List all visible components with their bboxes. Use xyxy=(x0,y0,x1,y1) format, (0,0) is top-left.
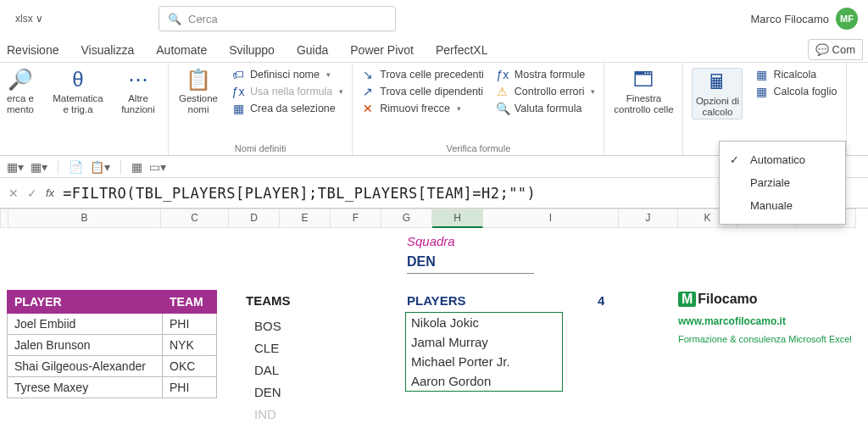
evaluate-formula-button[interactable]: 🔍Valuta formula xyxy=(496,102,596,115)
avatar: MF xyxy=(836,8,858,30)
lookup-icon: 🔎 xyxy=(8,68,33,92)
group-watch-window: 🗔 Finestra controllo celle xyxy=(604,63,683,155)
calculator-icon: 🖩 xyxy=(707,70,727,94)
col-i[interactable]: I xyxy=(483,209,619,228)
dropdown-auto[interactable]: Automatico xyxy=(720,148,845,171)
remove-icon: ✕ xyxy=(361,102,375,115)
user-name-label: Marco Filocamo xyxy=(751,13,829,25)
table-row[interactable]: Joel EmbiidPHI xyxy=(8,314,217,335)
remove-arrows-button[interactable]: ✕Rimuovi frecce▾ xyxy=(361,102,484,115)
search-icon: 🔍 xyxy=(168,13,181,25)
list-item[interactable]: DEN xyxy=(254,381,281,403)
list-item[interactable]: BOS xyxy=(254,315,281,337)
grid-icon: ▦ xyxy=(231,102,245,115)
players-header: PLAYERS xyxy=(407,293,465,308)
name-manager-icon: 📋 xyxy=(186,68,211,92)
create-from-selection-button[interactable]: ▦Crea da selezione xyxy=(231,102,343,115)
file-name[interactable]: xlsx ∨ xyxy=(10,11,48,26)
trace-precedents-button[interactable]: ↘Trova celle precedenti xyxy=(361,68,484,81)
window-icon: 🗔 xyxy=(633,68,654,92)
tab-visualizza[interactable]: Visualizza xyxy=(79,40,136,60)
enter-formula-icon[interactable]: ✓ xyxy=(27,186,37,200)
tab-automate[interactable]: Automate xyxy=(154,40,209,60)
cells-icon[interactable]: ▦▾ xyxy=(31,160,47,174)
calculation-options-button[interactable]: 🖩 Opzioni di calcolo xyxy=(692,68,743,120)
brand-mark-icon: M xyxy=(678,292,696,307)
tab-powerpivot[interactable]: Power Pivot xyxy=(348,40,415,60)
paste-icon[interactable]: 📋▾ xyxy=(90,160,110,174)
trace-dependents-button[interactable]: ↗Trova celle dipendenti xyxy=(361,85,484,98)
group-defined-names: 📋 Gestione nomi 🏷Definisci nome▾ ƒxUsa n… xyxy=(169,63,353,155)
dropdown-partial[interactable]: Parziale xyxy=(720,171,845,194)
fx-icon[interactable]: fx xyxy=(46,186,54,199)
copy-icon[interactable]: 📄 xyxy=(69,160,83,174)
more-functions-button[interactable]: ⋯ Altre funzioni xyxy=(117,68,159,114)
table-row[interactable]: Jalen BrunsonNYK xyxy=(8,335,217,356)
list-item[interactable]: DAL xyxy=(254,359,281,381)
calculate-now-button[interactable]: ▦Ricalcola xyxy=(754,68,837,81)
show-formulas-icon: ƒx xyxy=(496,68,509,81)
col-b[interactable]: B xyxy=(8,209,161,228)
dropdown-manual[interactable]: Manuale xyxy=(720,194,845,217)
name-manager-button[interactable]: 📋 Gestione nomi xyxy=(177,68,220,114)
sheet-area: Squadra DEN PLAYER TEAM Joel EmbiidPHI J… xyxy=(0,227,868,232)
math-trig-button[interactable]: θ Matematica e trig.a xyxy=(51,68,105,114)
col-j[interactable]: J xyxy=(619,209,678,228)
group-function-library: 🔎 erca e mento θ Matematica e trig.a ⋯ A… xyxy=(0,63,169,155)
comment-icon: 💬 xyxy=(815,43,829,56)
col-e[interactable]: E xyxy=(280,209,331,228)
col-h[interactable]: H xyxy=(432,209,483,228)
search-input[interactable]: 🔍 Cerca xyxy=(159,6,396,31)
ribbon-tabs: Revisione Visualizza Automate Sviluppo G… xyxy=(0,37,868,63)
col-g[interactable]: G xyxy=(381,209,432,228)
show-formulas-button[interactable]: ƒxMostra formule xyxy=(496,68,596,81)
calculate-sheet-button[interactable]: ▦Calcola foglio xyxy=(754,85,837,98)
table-row[interactable]: Shai Gilgeous-AlexanderOKC xyxy=(8,356,217,377)
use-in-formula-button[interactable]: ƒxUsa nella formula▾ xyxy=(231,85,343,98)
header-team[interactable]: TEAM xyxy=(163,291,217,314)
theta-icon: θ xyxy=(72,68,83,92)
players-table: PLAYER TEAM Joel EmbiidPHI Jalen Brunson… xyxy=(7,290,217,398)
brand-url[interactable]: www.marcofilocamo.it xyxy=(678,315,786,327)
table-row[interactable]: Tyrese MaxeyPHI xyxy=(8,377,217,398)
list-item[interactable]: CLE xyxy=(254,337,281,359)
filtered-players[interactable]: Nikola Jokic Jamal Murray Michael Porter… xyxy=(405,312,563,392)
warning-icon: ⚠ xyxy=(496,85,509,98)
precedents-icon: ↘ xyxy=(361,68,375,81)
watch-window-button[interactable]: 🗔 Finestra controllo celle xyxy=(613,68,674,114)
col-c[interactable]: C xyxy=(161,209,229,228)
search-placeholder: Cerca xyxy=(188,13,218,25)
selected-team-cell[interactable]: DEN xyxy=(407,253,534,274)
chevron-down-icon: ▾ xyxy=(326,70,331,79)
ribbon: 🔎 erca e mento θ Matematica e trig.a ⋯ A… xyxy=(0,63,868,156)
brand-logo: MFilocamo xyxy=(678,292,758,307)
comments-button[interactable]: 💬 Com xyxy=(808,39,863,60)
players-count: 4 xyxy=(598,293,604,308)
table-icon[interactable]: ▦▾ xyxy=(7,160,24,174)
user-account[interactable]: Marco Filocamo MF xyxy=(751,8,858,30)
error-checking-button[interactable]: ⚠Controllo errori▾ xyxy=(496,85,596,98)
calc-options-dropdown: Automatico Parziale Manuale xyxy=(719,141,846,225)
tab-revisione[interactable]: Revisione xyxy=(5,40,60,60)
list-item[interactable]: IND xyxy=(254,403,281,426)
tab-sviluppo[interactable]: Sviluppo xyxy=(227,40,276,60)
title-bar: xlsx ∨ 🔍 Cerca Marco Filocamo MF xyxy=(0,0,868,37)
tab-perfectxl[interactable]: PerfectXL xyxy=(434,40,489,60)
lookup-button[interactable]: 🔎 erca e mento xyxy=(2,68,39,114)
calc-icon: ▦ xyxy=(754,68,768,81)
freeze-icon[interactable]: ▦ xyxy=(131,160,142,174)
more-icon: ⋯ xyxy=(128,68,148,92)
header-player[interactable]: PLAYER xyxy=(8,291,163,314)
col-d[interactable]: D xyxy=(229,209,280,228)
col-f[interactable]: F xyxy=(331,209,381,228)
col-corner[interactable] xyxy=(0,209,8,228)
brand-subtitle: Formazione & consulenza Microsoft Excel xyxy=(678,334,852,344)
define-name-button[interactable]: 🏷Definisci nome▾ xyxy=(231,68,343,81)
fx-icon: ƒx xyxy=(231,85,245,98)
tab-guida[interactable]: Guida xyxy=(295,40,330,60)
chevron-down-icon: ▾ xyxy=(457,104,461,113)
cancel-formula-icon[interactable]: ✕ xyxy=(8,186,19,200)
group-label: Nomi definiti xyxy=(177,142,343,153)
evaluate-icon: 🔍 xyxy=(496,102,509,115)
layout-icon[interactable]: ▭▾ xyxy=(149,160,166,174)
